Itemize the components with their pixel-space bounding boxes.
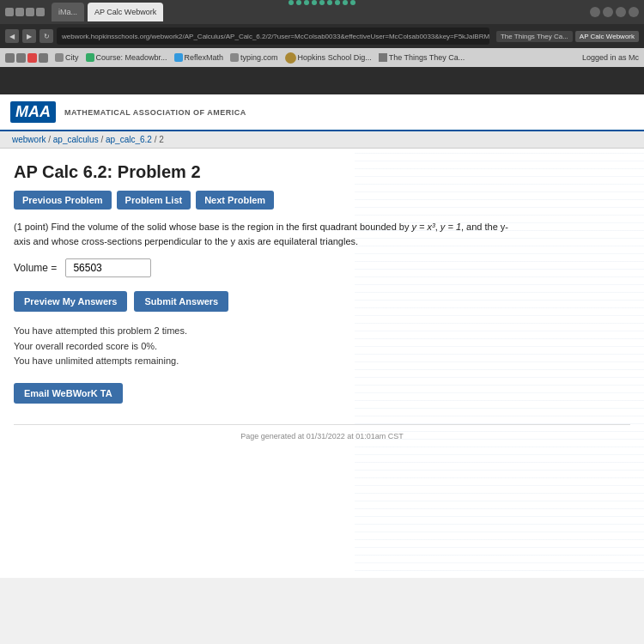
tab-things[interactable]: The Things They Ca...	[496, 31, 573, 42]
attempt-line-3: You have unlimited attempts remaining.	[14, 354, 630, 369]
breadcrumb-current: 2	[159, 135, 164, 144]
bookmark-hopkins[interactable]: Hopkins School Dig...	[285, 52, 372, 64]
bookmark-course-label: Course: Meadowbr...	[96, 53, 167, 62]
bookmark-city-icon	[55, 53, 64, 62]
bookmark-things[interactable]: The Things They Ca...	[379, 53, 465, 62]
breadcrumb-webwork[interactable]: webwork	[12, 135, 46, 144]
bookmark-reflexmath-label: ReflexMath	[185, 53, 224, 62]
submit-answers-button[interactable]: Submit Answers	[134, 291, 228, 312]
toolbar-icon-4	[39, 53, 48, 63]
preview-answers-button[interactable]: Preview My Answers	[14, 291, 127, 312]
bookmark-things-label: The Things They Ca...	[389, 53, 465, 62]
bookmark-typing-label: typing.com	[240, 53, 278, 62]
maa-logo: MAA	[10, 101, 56, 123]
attempt-line-2: Your overall recorded score is 0%.	[14, 339, 630, 355]
bookmark-hopkins-icon	[285, 52, 296, 64]
refresh-button[interactable]: ↻	[39, 29, 53, 43]
bookmark-course[interactable]: Course: Meadowbr...	[86, 53, 167, 62]
bookmark-course-icon	[86, 53, 94, 62]
forward-button[interactable]: ▶	[22, 29, 36, 43]
volume-input[interactable]	[65, 258, 151, 277]
bookmark-typing-icon	[230, 53, 239, 62]
bookmark-city[interactable]: City	[55, 53, 79, 62]
volume-row: Volume =	[14, 258, 630, 277]
address-bar[interactable]: webwork.hopkinsschools.org/webwork2/AP_C…	[57, 27, 489, 45]
next-problem-button[interactable]: Next Problem	[196, 191, 274, 210]
toolbar-icon-2	[16, 53, 26, 63]
email-ta-button[interactable]: Email WeBWorK TA	[14, 383, 123, 404]
math-expr-2: y = 1	[440, 222, 461, 232]
bookmark-hopkins-label: Hopkins School Dig...	[298, 53, 372, 62]
browser-icon-3	[26, 8, 34, 16]
attempt-line-1: You have attempted this problem 2 times.	[14, 324, 630, 339]
bookmark-things-icon	[379, 53, 387, 62]
tab-ap-calc[interactable]: AP Calc Webwork	[88, 3, 163, 21]
toolbar-icon-3	[27, 53, 37, 63]
page-footer: Page generated at 01/31/2022 at 01:01am …	[14, 424, 630, 447]
breadcrumb: webwork / ap_calculus / ap_calc_6.2 / 2	[0, 131, 644, 149]
breadcrumb-ap-calculus[interactable]: ap_calculus	[53, 135, 99, 144]
math-expr-1: y = x³	[412, 222, 435, 232]
tab-ima[interactable]: iMa...	[52, 3, 84, 21]
tab-control-icon-4	[629, 7, 639, 17]
tab-control-icon-3	[616, 7, 626, 17]
problem-nav: Previous Problem Problem List Next Probl…	[14, 191, 630, 210]
problem-list-button[interactable]: Problem List	[117, 191, 191, 210]
page-title: AP Calc 6.2: Problem 2	[14, 162, 630, 182]
tab-control-icon-2	[603, 7, 613, 17]
content-area: AP Calc 6.2: Problem 2 Previous Problem …	[0, 149, 644, 578]
decorative-dots	[289, 0, 355, 5]
bookmark-reflexmath-icon	[174, 53, 183, 62]
problem-statement: (1 point) Find the volume of the solid w…	[14, 220, 512, 248]
toolbar-icon-1	[5, 53, 15, 63]
tab-ima-label: iMa...	[58, 8, 77, 16]
address-text: webwork.hopkinsschools.org/webwork2/AP_C…	[62, 33, 489, 40]
browser-icon-1	[5, 8, 14, 16]
webwork-content: MAA Mathematical Association of America …	[0, 94, 644, 644]
previous-problem-button[interactable]: Previous Problem	[14, 191, 112, 210]
bookmark-city-label: City	[65, 53, 79, 62]
browser-icon-4	[36, 8, 45, 16]
tab-control-icon-1	[590, 7, 600, 17]
attempt-info: You have attempted this problem 2 times.…	[14, 324, 630, 369]
volume-label: Volume =	[14, 262, 57, 274]
tab-ap-calc-label: AP Calc Webwork	[94, 8, 156, 16]
maa-subtitle: Mathematical Association of America	[64, 108, 246, 117]
problem-text-part1: (1 point) Find the volume of the solid w…	[14, 222, 412, 232]
bookmark-reflexmath[interactable]: ReflexMath	[174, 53, 224, 62]
bookmark-typing[interactable]: typing.com	[230, 53, 278, 62]
tab-ap-calc-right[interactable]: AP Calc Webwork	[575, 31, 639, 42]
back-button[interactable]: ◀	[5, 29, 19, 43]
bookmarks-bar: City Course: Meadowbr... ReflexMath typi…	[0, 48, 644, 67]
browser-chrome: iMa... AP Calc Webwork ◀ ▶ ↻ webwork.hop…	[0, 0, 644, 94]
browser-icon-2	[15, 8, 24, 16]
answer-buttons-row: Preview My Answers Submit Answers	[14, 291, 630, 312]
maa-header: MAA Mathematical Association of America	[0, 94, 644, 131]
address-bar-row: ◀ ▶ ↻ webwork.hopkinsschools.org/webwork…	[0, 24, 644, 48]
breadcrumb-ap-calc-62[interactable]: ap_calc_6.2	[106, 135, 152, 144]
logged-in-label: Logged in as Mc	[582, 53, 639, 62]
